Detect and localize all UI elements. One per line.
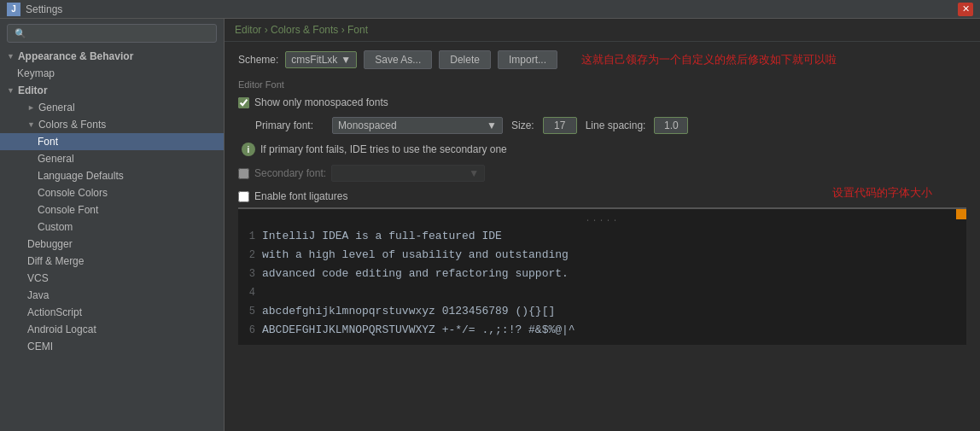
line-number: 5 xyxy=(238,302,262,321)
sidebar-item-appearance-behavior[interactable]: ▼ Appearance & Behavior xyxy=(0,48,224,65)
info-text: If primary font fails, IDE tries to use … xyxy=(260,143,507,155)
preview-line: 2with a high level of usability and outs… xyxy=(238,246,966,265)
search-box[interactable]: 🔍 xyxy=(7,24,217,43)
sidebar: 🔍 ▼ Appearance & BehaviorKeymap▼ Editor►… xyxy=(0,19,225,431)
sidebar-item-custom[interactable]: Custom xyxy=(0,218,224,236)
import-button[interactable]: Import... xyxy=(498,50,557,69)
sidebar-label-general: General xyxy=(38,102,75,114)
sidebar-label-console-font: Console Font xyxy=(38,204,98,216)
sidebar-label-colors-fonts: Colors & Fonts xyxy=(38,119,106,131)
preview-line: 6ABCDEFGHIJKLMNOPQRSTUVWXYZ +-*/= .,;:!?… xyxy=(238,321,966,340)
primary-font-label: Primary font: xyxy=(255,119,324,131)
info-icon: i xyxy=(242,143,255,156)
sidebar-item-language-defaults[interactable]: Language Defaults xyxy=(0,167,224,184)
sidebar-label-language-defaults: Language Defaults xyxy=(38,170,124,182)
divider-dots: ····· xyxy=(238,214,966,227)
sidebar-item-keymap[interactable]: Keymap xyxy=(0,65,224,82)
sidebar-label-custom: Custom xyxy=(38,221,73,233)
main-container: 🔍 ▼ Appearance & BehaviorKeymap▼ Editor►… xyxy=(0,19,980,431)
secondary-font-row: Secondary font: ▼ xyxy=(238,165,966,182)
sidebar-item-colors-fonts[interactable]: ▼ Colors & Fonts xyxy=(0,116,224,133)
editor-font-title: Editor Font xyxy=(238,79,966,90)
secondary-font-checkbox[interactable] xyxy=(238,168,249,179)
preview-lines: 1IntelliJ IDEA is a full-featured IDE2wi… xyxy=(238,227,966,340)
sidebar-item-editor[interactable]: ▼ Editor xyxy=(0,82,224,99)
search-input[interactable] xyxy=(30,27,209,39)
content-area: Editor › Colors & Fonts › Font Scheme: c… xyxy=(225,19,980,431)
line-number: 1 xyxy=(238,227,262,246)
close-button[interactable]: ✕ xyxy=(958,3,973,16)
sidebar-item-vcs[interactable]: VCS xyxy=(0,270,224,287)
line-spacing-input[interactable] xyxy=(654,117,688,134)
secondary-font-select[interactable]: ▼ xyxy=(331,165,485,182)
tree-arrow-appearance-behavior: ▼ xyxy=(7,52,15,61)
secondary-font-arrow: ▼ xyxy=(469,167,479,179)
line-number: 3 xyxy=(238,265,262,283)
annotation-note2: 设置代码的字体大小 xyxy=(832,186,932,199)
primary-font-value: Monospaced xyxy=(338,119,397,131)
ligatures-label[interactable]: Enable font ligatures xyxy=(254,190,347,202)
show-monospaced-checkbox[interactable] xyxy=(238,97,249,108)
sidebar-item-console-colors[interactable]: Console Colors xyxy=(0,184,224,201)
preview-line: 4 xyxy=(238,283,966,302)
line-number: 2 xyxy=(238,246,262,265)
sidebar-item-debugger[interactable]: Debugger xyxy=(0,236,224,253)
primary-font-select[interactable]: Monospaced ▼ xyxy=(332,117,503,134)
sidebar-label-vcs: VCS xyxy=(27,272,49,284)
delete-button[interactable]: Delete xyxy=(439,50,491,69)
sidebar-item-diff-merge[interactable]: Diff & Merge xyxy=(0,253,224,270)
titlebar: J Settings ✕ xyxy=(0,0,980,19)
sidebar-item-cemi[interactable]: CEMI xyxy=(0,338,224,355)
line-code: abcdefghijklmnopqrstuvwxyz 0123456789 ()… xyxy=(262,302,555,321)
preview-line: 5abcdefghijklmnopqrstuvwxyz 0123456789 (… xyxy=(238,302,966,321)
sidebar-label-actionscript: ActionScript xyxy=(27,306,82,318)
preview-line: 1IntelliJ IDEA is a full-featured IDE xyxy=(238,227,966,246)
sidebar-item-java[interactable]: Java xyxy=(0,287,224,304)
tree-container: ▼ Appearance & BehaviorKeymap▼ Editor► G… xyxy=(0,48,224,355)
sidebar-label-diff-merge: Diff & Merge xyxy=(27,255,84,267)
annotation-note1: 这就自己领存为一个自定义的然后修改如下就可以啦 xyxy=(581,52,837,67)
sidebar-label-debugger: Debugger xyxy=(27,238,73,250)
line-code: advanced code editing and refactoring su… xyxy=(262,265,569,283)
tree-arrow-colors-fonts: ▼ xyxy=(27,120,35,129)
sidebar-item-actionscript[interactable]: ActionScript xyxy=(0,304,224,321)
save-as-button[interactable]: Save As... xyxy=(364,50,432,69)
tree-arrow-general: ► xyxy=(27,103,35,112)
ligatures-checkbox[interactable] xyxy=(238,191,249,202)
line-code: IntelliJ IDEA is a full-featured IDE xyxy=(262,227,502,246)
sidebar-label-appearance-behavior: Appearance & Behavior xyxy=(18,50,133,62)
size-input[interactable] xyxy=(543,117,577,134)
scheme-row: Scheme: cmsFitLxk ▼ Save As... Delete Im… xyxy=(238,50,966,69)
sidebar-item-general2[interactable]: General xyxy=(0,150,224,167)
scheme-dropdown-arrow: ▼ xyxy=(341,54,351,66)
line-number: 4 xyxy=(238,283,262,302)
sidebar-label-java: Java xyxy=(27,289,49,301)
secondary-font-label: Secondary font: xyxy=(254,167,326,179)
show-monospaced-label[interactable]: Show only monospaced fonts xyxy=(254,96,388,108)
preview-line: 3advanced code editing and refactoring s… xyxy=(238,265,966,283)
info-row: i If primary font fails, IDE tries to us… xyxy=(238,143,966,156)
settings-body: Scheme: cmsFitLxk ▼ Save As... Delete Im… xyxy=(225,42,980,431)
orange-marker xyxy=(956,209,966,219)
sidebar-label-cemi: CEMI xyxy=(27,341,53,352)
app-icon: J xyxy=(7,3,20,16)
sidebar-label-editor: Editor xyxy=(18,84,48,96)
line-code: with a high level of usability and outst… xyxy=(262,246,569,265)
sidebar-label-keymap: Keymap xyxy=(17,67,55,79)
show-monospaced-row: Show only monospaced fonts xyxy=(238,96,966,108)
line-code: ABCDEFGHIJKLMNOPQRSTUVWXYZ +-*/= .,;:!? … xyxy=(262,321,575,340)
search-icon: 🔍 xyxy=(15,28,26,39)
line-spacing-label: Line spacing: xyxy=(586,119,646,131)
font-row: Primary font: Monospaced ▼ Size: Line sp… xyxy=(238,117,966,134)
scheme-select[interactable]: cmsFitLxk ▼ xyxy=(285,51,357,68)
line-number: 6 xyxy=(238,321,262,340)
sidebar-item-console-font[interactable]: Console Font xyxy=(0,201,224,218)
sidebar-label-console-colors: Console Colors xyxy=(38,187,108,199)
sidebar-item-font[interactable]: Font xyxy=(0,133,224,150)
scheme-label: Scheme: xyxy=(238,54,278,66)
sidebar-item-general[interactable]: ► General xyxy=(0,99,224,116)
sidebar-label-android-logcat: Android Logcat xyxy=(27,323,96,335)
size-label: Size: xyxy=(511,119,534,131)
font-dropdown-arrow: ▼ xyxy=(487,119,497,131)
sidebar-item-android-logcat[interactable]: Android Logcat xyxy=(0,321,224,338)
